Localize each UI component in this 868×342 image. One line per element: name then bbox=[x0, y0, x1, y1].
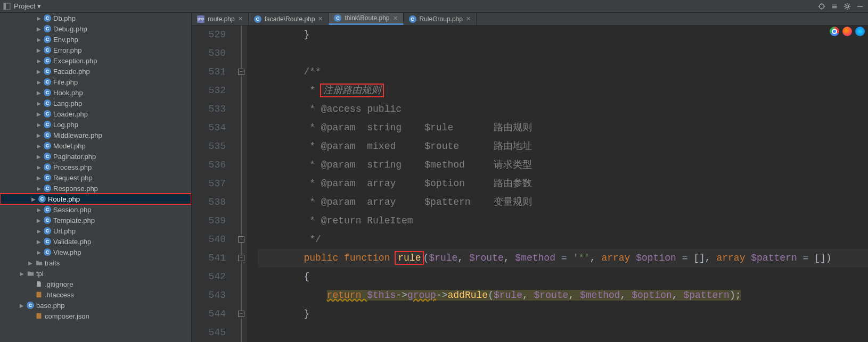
code-line[interactable]: * @param mixed $route 路由地址 bbox=[258, 137, 868, 156]
safari-icon[interactable] bbox=[855, 27, 865, 36]
code-line[interactable]: * @param string $method 请求类型 bbox=[258, 156, 868, 174]
code-line[interactable]: * @param string $rule 路由规则 bbox=[258, 119, 868, 137]
expand-arrow-icon[interactable]: ▶ bbox=[36, 207, 42, 213]
tree-item[interactable]: ▶CLog.php bbox=[0, 119, 191, 130]
line-number[interactable]: 545 bbox=[192, 323, 226, 342]
expand-arrow-icon[interactable] bbox=[28, 281, 33, 287]
line-number[interactable]: 534 bbox=[192, 119, 226, 137]
expand-arrow-icon[interactable] bbox=[28, 313, 33, 319]
tree-item[interactable]: ▶CTemplate.php bbox=[0, 215, 191, 226]
code-line[interactable]: public function rule($rule, $route, $met… bbox=[258, 249, 868, 268]
tree-item[interactable]: ▶CModel.php bbox=[0, 140, 191, 151]
collapse-icon[interactable] bbox=[830, 2, 839, 11]
code-line[interactable] bbox=[258, 323, 868, 342]
expand-arrow-icon[interactable]: ▶ bbox=[19, 303, 24, 308]
line-number[interactable]: 533 bbox=[192, 100, 226, 119]
tree-item[interactable]: ▶traits bbox=[0, 257, 191, 268]
tree-item[interactable]: ▶CResponse.php bbox=[0, 183, 191, 194]
tree-item[interactable]: composer.json bbox=[0, 311, 191, 321]
tree-item[interactable]: ▶CException.php bbox=[0, 55, 191, 66]
tree-item[interactable]: ▶CDebug.php bbox=[0, 23, 191, 34]
code-line[interactable]: { bbox=[258, 268, 868, 286]
expand-arrow-icon[interactable]: ▶ bbox=[36, 37, 42, 43]
tree-item[interactable]: ▶CRequest.php bbox=[0, 172, 191, 183]
code-lines[interactable]: } /** * 注册路由规则 * @access public * @param… bbox=[247, 26, 868, 342]
expand-arrow-icon[interactable]: ▶ bbox=[36, 132, 42, 138]
expand-arrow-icon[interactable]: ▶ bbox=[36, 164, 42, 170]
tree-item[interactable]: ▶CFile.php bbox=[0, 77, 191, 87]
fold-marker-icon[interactable]: − bbox=[238, 255, 244, 261]
expand-arrow-icon[interactable]: ▶ bbox=[36, 154, 42, 160]
line-gutter[interactable]: 5295305315325335345355365375385395405415… bbox=[192, 26, 236, 342]
expand-arrow-icon[interactable]: ▶ bbox=[36, 218, 42, 223]
firefox-icon[interactable] bbox=[842, 27, 852, 36]
tree-item[interactable]: ▶CLang.php bbox=[0, 98, 191, 109]
expand-arrow-icon[interactable]: ▶ bbox=[36, 101, 42, 106]
code-line[interactable]: /** bbox=[258, 63, 868, 81]
tree-item[interactable]: ▶CHook.php bbox=[0, 87, 191, 98]
tree-item[interactable]: ▶CMiddleware.php bbox=[0, 130, 191, 140]
expand-arrow-icon[interactable]: ▶ bbox=[36, 122, 42, 128]
tree-item[interactable]: ▶CProcess.php bbox=[0, 162, 191, 172]
line-number[interactable]: 542 bbox=[192, 268, 226, 286]
expand-arrow-icon[interactable]: ▶ bbox=[36, 15, 42, 21]
project-tree[interactable]: ▶CDb.php▶CDebug.php▶CEnv.php▶CError.php▶… bbox=[0, 13, 192, 342]
tree-item[interactable]: ▶CRoute.php bbox=[0, 194, 191, 204]
chrome-icon[interactable] bbox=[830, 27, 839, 36]
fold-marker-icon[interactable]: − bbox=[238, 236, 244, 243]
code-line[interactable] bbox=[258, 44, 868, 63]
expand-arrow-icon[interactable]: ▶ bbox=[36, 58, 42, 64]
line-number[interactable]: 538 bbox=[192, 193, 226, 212]
line-number[interactable]: 543 bbox=[192, 286, 226, 305]
code-line[interactable]: } bbox=[258, 305, 868, 323]
expand-arrow-icon[interactable]: ▶ bbox=[31, 196, 36, 202]
expand-arrow-icon[interactable]: ▶ bbox=[36, 249, 42, 255]
code-line[interactable]: * @return RuleItem bbox=[258, 212, 868, 230]
line-number[interactable]: 536 bbox=[192, 156, 226, 174]
code-line[interactable]: return $this->group->addRule($rule, $rou… bbox=[258, 286, 868, 305]
code-line[interactable]: */ bbox=[258, 230, 868, 249]
expand-arrow-icon[interactable]: ▶ bbox=[36, 47, 42, 53]
code-line[interactable]: } bbox=[258, 26, 868, 44]
close-icon[interactable]: ✕ bbox=[393, 15, 398, 22]
tree-item[interactable]: .gitignore bbox=[0, 279, 191, 289]
tree-item[interactable]: ▶CFacade.php bbox=[0, 66, 191, 77]
expand-arrow-icon[interactable] bbox=[28, 292, 33, 298]
line-number[interactable]: 532 bbox=[192, 81, 226, 100]
line-number[interactable]: 539 bbox=[192, 212, 226, 230]
line-number[interactable]: 529 bbox=[192, 26, 226, 44]
tree-item[interactable]: ▶CLoader.php bbox=[0, 109, 191, 119]
tree-item[interactable]: ▶CError.php bbox=[0, 45, 191, 55]
line-number[interactable]: 544 bbox=[192, 305, 226, 323]
expand-arrow-icon[interactable]: ▶ bbox=[36, 186, 42, 191]
fold-marker-icon[interactable]: − bbox=[238, 69, 244, 75]
expand-arrow-icon[interactable]: ▶ bbox=[36, 79, 42, 85]
expand-arrow-icon[interactable]: ▶ bbox=[36, 228, 42, 234]
code-line[interactable]: * @access public bbox=[258, 100, 868, 119]
expand-arrow-icon[interactable]: ▶ bbox=[36, 69, 42, 74]
expand-arrow-icon[interactable]: ▶ bbox=[36, 90, 42, 96]
tree-item[interactable]: ▶CPaginator.php bbox=[0, 151, 191, 162]
code-line[interactable]: * @param array $pattern 变量规则 bbox=[258, 193, 868, 212]
line-number[interactable]: 530 bbox=[192, 44, 226, 63]
expand-arrow-icon[interactable]: ▶ bbox=[36, 239, 42, 245]
gear-icon[interactable] bbox=[842, 2, 852, 11]
expand-arrow-icon[interactable]: ▶ bbox=[36, 175, 42, 181]
expand-arrow-icon[interactable]: ▶ bbox=[36, 143, 42, 149]
editor-tab[interactable]: Cthink\Route.php✕ bbox=[329, 13, 403, 25]
close-icon[interactable]: ✕ bbox=[466, 15, 471, 22]
expand-arrow-icon[interactable]: ▶ bbox=[36, 111, 42, 117]
expand-arrow-icon[interactable]: ▶ bbox=[36, 26, 42, 32]
expand-arrow-icon[interactable]: ▶ bbox=[28, 260, 33, 266]
line-number[interactable]: 537 bbox=[192, 174, 226, 193]
fold-column[interactable]: −−−− bbox=[236, 26, 247, 342]
code-line[interactable]: * 注册路由规则 bbox=[258, 81, 868, 100]
tree-item[interactable]: ▶Cbase.php bbox=[0, 300, 191, 311]
project-dropdown[interactable]: Project ▾ bbox=[14, 2, 41, 10]
tree-item[interactable]: .htaccess bbox=[0, 289, 191, 300]
line-number[interactable]: 531 bbox=[192, 63, 226, 81]
tree-item[interactable]: ▶tpl bbox=[0, 268, 191, 279]
hide-icon[interactable] bbox=[855, 2, 865, 11]
tree-item[interactable]: ▶CDb.php bbox=[0, 13, 191, 23]
tree-item[interactable]: ▶CValidate.php bbox=[0, 236, 191, 247]
